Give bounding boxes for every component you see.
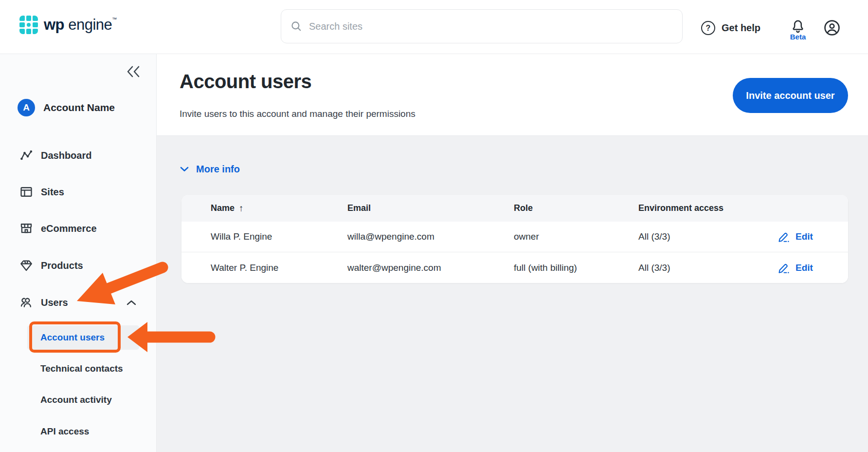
sidebar-item-sites[interactable]: Sites <box>0 181 157 203</box>
logo-engine: engine <box>68 16 112 33</box>
get-help-button[interactable]: ? Get help <box>701 21 760 35</box>
search-icon <box>290 20 303 33</box>
wp-engine-grid-icon <box>19 16 38 34</box>
user-role: full (with billing) <box>514 252 577 283</box>
sidebar-item-label: eCommerce <box>41 223 97 234</box>
sidebar-item-ecommerce[interactable]: eCommerce <box>0 218 157 239</box>
chevron-down-icon <box>180 167 189 172</box>
sidebar-item-label: Users <box>41 297 68 308</box>
top-header: wp engine™ ? Get help Beta <box>0 0 868 54</box>
sidebar-item-products[interactable]: Products <box>0 255 157 276</box>
dashboard-icon <box>19 149 33 162</box>
account-menu-button[interactable] <box>824 19 840 36</box>
trademark-symbol: ™ <box>112 17 117 22</box>
table-row: Walter P. Engine walter@wpengine.com ful… <box>181 252 848 283</box>
more-info-label: More info <box>196 164 240 175</box>
edit-user-button[interactable]: Edit <box>778 252 813 283</box>
sites-icon <box>19 185 33 199</box>
sidebar-item-technical-contacts[interactable]: Technical contacts <box>27 358 139 379</box>
sidebar-item-label: Products <box>41 260 83 271</box>
column-header-email[interactable]: Email <box>347 195 371 222</box>
column-header-environment-access[interactable]: Environment access <box>638 195 723 222</box>
subnav-item-label: Account users <box>40 332 105 343</box>
table-row: Willa P. Engine willa@wpengine.com owner… <box>181 222 848 252</box>
get-help-label: Get help <box>722 22 760 34</box>
invite-account-user-button[interactable]: Invite account user <box>733 78 848 113</box>
bell-icon <box>790 19 806 34</box>
account-avatar: A <box>18 99 35 116</box>
user-environment-access: All (3/3) <box>638 252 670 283</box>
account-name: Account Name <box>43 102 115 113</box>
user-email: walter@wpengine.com <box>347 252 441 283</box>
ecommerce-icon <box>19 222 33 235</box>
table-header-row: Name ↑ Email Role Environment access <box>181 195 848 222</box>
user-email: willa@wpengine.com <box>347 222 434 252</box>
edit-label: Edit <box>796 231 813 242</box>
notifications-button[interactable]: Beta <box>786 19 810 41</box>
help-circle-icon: ? <box>701 21 715 35</box>
chevron-up-icon[interactable] <box>127 300 136 305</box>
pencil-icon <box>778 262 790 274</box>
column-header-role[interactable]: Role <box>514 195 533 222</box>
sort-ascending-icon: ↑ <box>239 203 244 214</box>
sidebar-item-users[interactable]: Users <box>0 292 157 313</box>
pencil-icon <box>778 230 790 243</box>
beta-badge: Beta <box>786 33 810 41</box>
subnav-item-label: Account activity <box>40 395 112 405</box>
sidebar-item-label: Sites <box>41 187 64 198</box>
subnav-item-label: API access <box>40 426 89 437</box>
user-environment-access: All (3/3) <box>638 222 670 252</box>
user-name: Walter P. Engine <box>211 252 278 283</box>
sidebar-item-account-users[interactable]: Account users <box>27 325 139 350</box>
collapse-chevrons-icon <box>126 65 142 78</box>
account-users-table: Name ↑ Email Role Environment access Wil… <box>181 195 848 283</box>
column-header-name[interactable]: Name ↑ <box>211 195 244 222</box>
page-header-band: Account users Invite users to this accou… <box>157 54 868 136</box>
site-search[interactable] <box>281 9 683 43</box>
page-title: Account users <box>180 71 311 93</box>
sidebar-item-account-activity[interactable]: Account activity <box>27 389 139 411</box>
users-icon <box>19 296 33 309</box>
account-selector[interactable]: A Account Name <box>18 99 115 116</box>
user-circle-icon <box>824 19 840 36</box>
page-subtitle: Invite users to this account and manage … <box>180 109 416 119</box>
sidebar-item-label: Dashboard <box>41 150 91 161</box>
wp-engine-wordmark: wp engine™ <box>44 16 117 34</box>
user-name: Willa P. Engine <box>211 222 272 252</box>
sidebar: A Account Name Dashboard Sites eCommerce <box>0 54 157 452</box>
main-content: Account users Invite users to this accou… <box>157 54 868 452</box>
edit-user-button[interactable]: Edit <box>778 222 813 252</box>
logo-wp: wp <box>44 16 64 33</box>
user-role: owner <box>514 222 539 252</box>
sidebar-item-dashboard[interactable]: Dashboard <box>0 145 157 166</box>
search-input[interactable] <box>309 21 673 32</box>
edit-label: Edit <box>796 263 813 273</box>
sidebar-collapse-button[interactable] <box>126 65 142 78</box>
sidebar-item-api-access[interactable]: API access <box>27 421 139 442</box>
subnav-item-label: Technical contacts <box>40 363 123 374</box>
wp-engine-logo[interactable]: wp engine™ <box>19 16 117 34</box>
products-icon <box>19 259 33 272</box>
more-info-toggle[interactable]: More info <box>180 164 240 175</box>
